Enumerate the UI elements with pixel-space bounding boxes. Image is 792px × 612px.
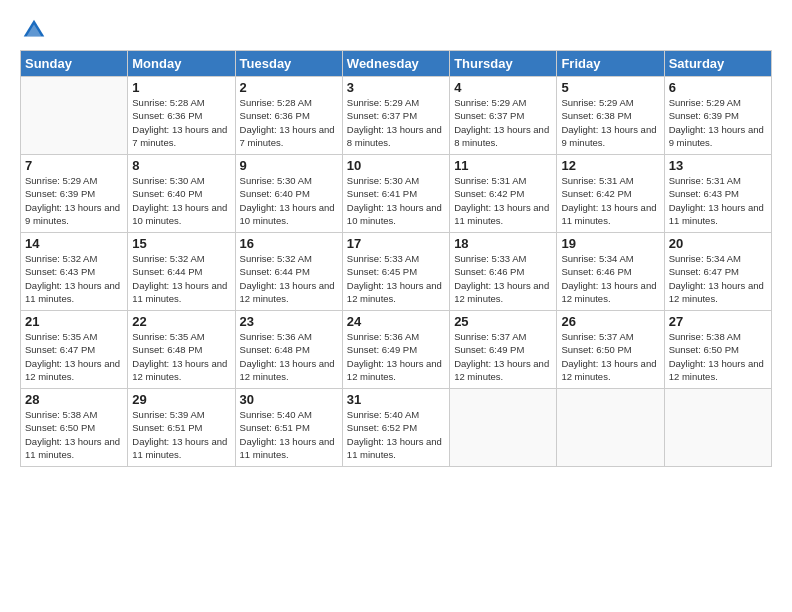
day-number: 19	[561, 236, 659, 251]
column-header-thursday: Thursday	[450, 51, 557, 77]
day-info: Sunrise: 5:32 AMSunset: 6:44 PMDaylight:…	[240, 252, 338, 305]
logo	[20, 16, 52, 44]
day-cell: 5Sunrise: 5:29 AMSunset: 6:38 PMDaylight…	[557, 77, 664, 155]
day-cell: 30Sunrise: 5:40 AMSunset: 6:51 PMDayligh…	[235, 389, 342, 467]
day-number: 12	[561, 158, 659, 173]
day-number: 26	[561, 314, 659, 329]
day-cell: 19Sunrise: 5:34 AMSunset: 6:46 PMDayligh…	[557, 233, 664, 311]
page: SundayMondayTuesdayWednesdayThursdayFrid…	[0, 0, 792, 612]
day-cell: 18Sunrise: 5:33 AMSunset: 6:46 PMDayligh…	[450, 233, 557, 311]
day-info: Sunrise: 5:38 AMSunset: 6:50 PMDaylight:…	[25, 408, 123, 461]
day-info: Sunrise: 5:30 AMSunset: 6:41 PMDaylight:…	[347, 174, 445, 227]
day-info: Sunrise: 5:32 AMSunset: 6:43 PMDaylight:…	[25, 252, 123, 305]
day-cell: 22Sunrise: 5:35 AMSunset: 6:48 PMDayligh…	[128, 311, 235, 389]
day-number: 10	[347, 158, 445, 173]
day-number: 7	[25, 158, 123, 173]
column-header-tuesday: Tuesday	[235, 51, 342, 77]
day-cell: 6Sunrise: 5:29 AMSunset: 6:39 PMDaylight…	[664, 77, 771, 155]
calendar: SundayMondayTuesdayWednesdayThursdayFrid…	[20, 50, 772, 467]
day-cell: 28Sunrise: 5:38 AMSunset: 6:50 PMDayligh…	[21, 389, 128, 467]
day-cell: 12Sunrise: 5:31 AMSunset: 6:42 PMDayligh…	[557, 155, 664, 233]
day-info: Sunrise: 5:30 AMSunset: 6:40 PMDaylight:…	[240, 174, 338, 227]
day-number: 15	[132, 236, 230, 251]
day-number: 29	[132, 392, 230, 407]
day-info: Sunrise: 5:35 AMSunset: 6:47 PMDaylight:…	[25, 330, 123, 383]
day-info: Sunrise: 5:28 AMSunset: 6:36 PMDaylight:…	[240, 96, 338, 149]
day-cell: 29Sunrise: 5:39 AMSunset: 6:51 PMDayligh…	[128, 389, 235, 467]
day-info: Sunrise: 5:37 AMSunset: 6:49 PMDaylight:…	[454, 330, 552, 383]
day-cell: 7Sunrise: 5:29 AMSunset: 6:39 PMDaylight…	[21, 155, 128, 233]
header	[20, 16, 772, 44]
day-cell: 26Sunrise: 5:37 AMSunset: 6:50 PMDayligh…	[557, 311, 664, 389]
day-cell: 17Sunrise: 5:33 AMSunset: 6:45 PMDayligh…	[342, 233, 449, 311]
day-cell: 21Sunrise: 5:35 AMSunset: 6:47 PMDayligh…	[21, 311, 128, 389]
day-number: 31	[347, 392, 445, 407]
day-number: 18	[454, 236, 552, 251]
day-number: 6	[669, 80, 767, 95]
day-cell: 20Sunrise: 5:34 AMSunset: 6:47 PMDayligh…	[664, 233, 771, 311]
day-info: Sunrise: 5:31 AMSunset: 6:42 PMDaylight:…	[561, 174, 659, 227]
day-number: 28	[25, 392, 123, 407]
day-cell: 15Sunrise: 5:32 AMSunset: 6:44 PMDayligh…	[128, 233, 235, 311]
day-info: Sunrise: 5:38 AMSunset: 6:50 PMDaylight:…	[669, 330, 767, 383]
day-number: 22	[132, 314, 230, 329]
day-cell: 27Sunrise: 5:38 AMSunset: 6:50 PMDayligh…	[664, 311, 771, 389]
day-cell: 31Sunrise: 5:40 AMSunset: 6:52 PMDayligh…	[342, 389, 449, 467]
day-info: Sunrise: 5:31 AMSunset: 6:43 PMDaylight:…	[669, 174, 767, 227]
day-info: Sunrise: 5:29 AMSunset: 6:39 PMDaylight:…	[669, 96, 767, 149]
day-cell: 10Sunrise: 5:30 AMSunset: 6:41 PMDayligh…	[342, 155, 449, 233]
day-cell: 9Sunrise: 5:30 AMSunset: 6:40 PMDaylight…	[235, 155, 342, 233]
day-cell: 25Sunrise: 5:37 AMSunset: 6:49 PMDayligh…	[450, 311, 557, 389]
day-info: Sunrise: 5:28 AMSunset: 6:36 PMDaylight:…	[132, 96, 230, 149]
day-number: 14	[25, 236, 123, 251]
day-cell: 4Sunrise: 5:29 AMSunset: 6:37 PMDaylight…	[450, 77, 557, 155]
day-info: Sunrise: 5:34 AMSunset: 6:46 PMDaylight:…	[561, 252, 659, 305]
day-cell: 3Sunrise: 5:29 AMSunset: 6:37 PMDaylight…	[342, 77, 449, 155]
day-info: Sunrise: 5:29 AMSunset: 6:37 PMDaylight:…	[347, 96, 445, 149]
day-number: 4	[454, 80, 552, 95]
day-info: Sunrise: 5:29 AMSunset: 6:37 PMDaylight:…	[454, 96, 552, 149]
day-cell: 2Sunrise: 5:28 AMSunset: 6:36 PMDaylight…	[235, 77, 342, 155]
day-info: Sunrise: 5:29 AMSunset: 6:39 PMDaylight:…	[25, 174, 123, 227]
calendar-header-row: SundayMondayTuesdayWednesdayThursdayFrid…	[21, 51, 772, 77]
day-cell: 24Sunrise: 5:36 AMSunset: 6:49 PMDayligh…	[342, 311, 449, 389]
day-number: 23	[240, 314, 338, 329]
day-number: 11	[454, 158, 552, 173]
day-cell	[450, 389, 557, 467]
day-info: Sunrise: 5:33 AMSunset: 6:45 PMDaylight:…	[347, 252, 445, 305]
column-header-monday: Monday	[128, 51, 235, 77]
week-row-0: 1Sunrise: 5:28 AMSunset: 6:36 PMDaylight…	[21, 77, 772, 155]
day-number: 8	[132, 158, 230, 173]
day-number: 20	[669, 236, 767, 251]
day-info: Sunrise: 5:32 AMSunset: 6:44 PMDaylight:…	[132, 252, 230, 305]
day-info: Sunrise: 5:35 AMSunset: 6:48 PMDaylight:…	[132, 330, 230, 383]
day-info: Sunrise: 5:40 AMSunset: 6:51 PMDaylight:…	[240, 408, 338, 461]
day-number: 17	[347, 236, 445, 251]
column-header-friday: Friday	[557, 51, 664, 77]
day-number: 3	[347, 80, 445, 95]
week-row-2: 14Sunrise: 5:32 AMSunset: 6:43 PMDayligh…	[21, 233, 772, 311]
column-header-sunday: Sunday	[21, 51, 128, 77]
day-info: Sunrise: 5:29 AMSunset: 6:38 PMDaylight:…	[561, 96, 659, 149]
week-row-3: 21Sunrise: 5:35 AMSunset: 6:47 PMDayligh…	[21, 311, 772, 389]
day-number: 27	[669, 314, 767, 329]
day-number: 2	[240, 80, 338, 95]
day-info: Sunrise: 5:40 AMSunset: 6:52 PMDaylight:…	[347, 408, 445, 461]
day-number: 1	[132, 80, 230, 95]
day-number: 30	[240, 392, 338, 407]
day-number: 13	[669, 158, 767, 173]
day-number: 21	[25, 314, 123, 329]
day-cell: 14Sunrise: 5:32 AMSunset: 6:43 PMDayligh…	[21, 233, 128, 311]
day-cell	[664, 389, 771, 467]
week-row-4: 28Sunrise: 5:38 AMSunset: 6:50 PMDayligh…	[21, 389, 772, 467]
day-cell: 13Sunrise: 5:31 AMSunset: 6:43 PMDayligh…	[664, 155, 771, 233]
day-info: Sunrise: 5:30 AMSunset: 6:40 PMDaylight:…	[132, 174, 230, 227]
day-info: Sunrise: 5:33 AMSunset: 6:46 PMDaylight:…	[454, 252, 552, 305]
day-info: Sunrise: 5:31 AMSunset: 6:42 PMDaylight:…	[454, 174, 552, 227]
day-cell	[21, 77, 128, 155]
day-cell: 23Sunrise: 5:36 AMSunset: 6:48 PMDayligh…	[235, 311, 342, 389]
column-header-wednesday: Wednesday	[342, 51, 449, 77]
day-cell: 1Sunrise: 5:28 AMSunset: 6:36 PMDaylight…	[128, 77, 235, 155]
day-number: 16	[240, 236, 338, 251]
day-number: 24	[347, 314, 445, 329]
